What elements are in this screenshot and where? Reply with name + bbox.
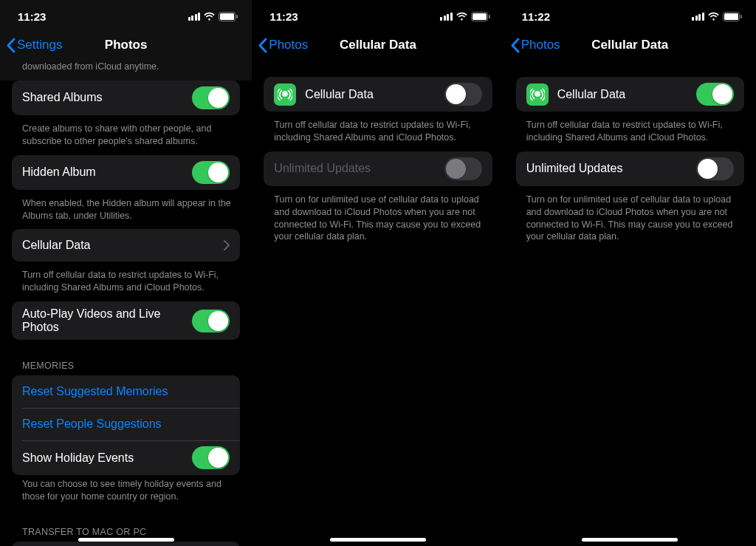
svg-rect-4	[472, 13, 487, 20]
chevron-left-icon	[510, 38, 520, 53]
cellular-data-toggle[interactable]	[696, 83, 734, 106]
page-title: Photos	[105, 38, 148, 52]
previous-section-footer: downloaded from iCloud anytime.	[0, 58, 252, 81]
cellular-data-label: Cellular Data	[305, 88, 444, 101]
unlimited-updates-footer: Turn on for unlimited use of cellular da…	[252, 191, 504, 251]
phone-screen-cellular-off: 11:23 Photos Cellular Data Cellular Data…	[252, 0, 504, 546]
nav-bar: Photos Cellular Data	[504, 33, 756, 58]
automatic-row[interactable]: Automatic	[12, 542, 240, 546]
transfer-header: TRANSFER TO MAC OR PC	[0, 511, 252, 542]
status-indicators	[692, 12, 743, 21]
shared-albums-label: Shared Albums	[22, 91, 192, 104]
autoplay-label: Auto-Play Videos and Live Photos	[22, 307, 192, 334]
cellular-signal-icon	[692, 13, 704, 21]
status-indicators	[188, 12, 239, 21]
settings-content: Cellular Data Turn off cellular data to …	[504, 58, 756, 250]
cellular-signal-icon	[188, 13, 201, 21]
back-button[interactable]: Photos	[510, 38, 560, 53]
chevron-left-icon	[6, 38, 16, 53]
back-button[interactable]: Photos	[258, 38, 308, 53]
unlimited-updates-footer: Turn on for unlimited use of cellular da…	[504, 191, 756, 251]
svg-rect-9	[740, 15, 742, 18]
back-button[interactable]: Settings	[6, 38, 62, 53]
hidden-album-footer: When enabled, the Hidden album will appe…	[0, 194, 252, 230]
reset-memories-label: Reset Suggested Memories	[22, 385, 230, 398]
svg-point-10	[536, 92, 539, 95]
antenna-icon	[526, 83, 549, 106]
battery-icon	[219, 12, 238, 21]
wifi-icon	[203, 12, 216, 21]
cellular-data-row[interactable]: Cellular Data	[264, 77, 492, 112]
nav-bar: Photos Cellular Data	[252, 33, 504, 58]
page-title: Cellular Data	[340, 38, 416, 52]
phone-screen-cellular-on: 11:22 Photos Cellular Data Cellular Data…	[504, 0, 756, 546]
show-holiday-row[interactable]: Show Holiday Events	[12, 440, 240, 475]
chevron-left-icon	[258, 38, 267, 53]
page-title: Cellular Data	[591, 38, 668, 52]
home-indicator[interactable]	[582, 538, 678, 542]
cellular-data-footer: Turn off cellular data to restrict updat…	[0, 266, 252, 301]
nav-bar: Settings Photos	[0, 33, 252, 58]
shared-albums-row[interactable]: Shared Albums	[12, 81, 240, 115]
unlimited-updates-toggle	[444, 157, 482, 180]
home-indicator[interactable]	[330, 538, 426, 542]
unlimited-updates-label: Unlimited Updates	[526, 162, 696, 175]
autoplay-row[interactable]: Auto-Play Videos and Live Photos	[12, 301, 240, 340]
reset-people-label: Reset People Suggestions	[22, 417, 230, 431]
unlimited-updates-label: Unlimited Updates	[274, 162, 444, 175]
show-holiday-footer: You can choose to see timely holiday eve…	[0, 475, 252, 511]
cellular-data-footer: Turn off cellular data to restrict updat…	[504, 116, 756, 151]
back-label: Settings	[17, 38, 62, 52]
reset-memories-row[interactable]: Reset Suggested Memories	[12, 375, 240, 408]
shared-albums-footer: Create albums to share with other people…	[0, 120, 252, 155]
cellular-data-label: Cellular Data	[557, 88, 696, 101]
cellular-data-label: Cellular Data	[22, 239, 224, 252]
status-time: 11:23	[18, 10, 46, 23]
unlimited-updates-row[interactable]: Unlimited Updates	[516, 151, 744, 186]
show-holiday-label: Show Holiday Events	[22, 451, 192, 465]
svg-rect-8	[724, 13, 738, 20]
battery-icon	[723, 12, 743, 21]
settings-content: Shared Albums Create albums to share wit…	[0, 81, 252, 546]
unlimited-updates-row: Unlimited Updates	[264, 151, 492, 186]
back-label: Photos	[269, 38, 308, 52]
cellular-data-footer: Turn off cellular data to restrict updat…	[252, 116, 504, 151]
home-indicator[interactable]	[78, 538, 174, 542]
antenna-icon	[274, 83, 296, 106]
reset-people-row[interactable]: Reset People Suggestions	[12, 408, 240, 440]
status-time: 11:22	[522, 10, 550, 23]
cellular-data-row[interactable]: Cellular Data	[12, 229, 240, 262]
cellular-signal-icon	[440, 13, 453, 21]
battery-icon	[471, 12, 491, 21]
status-time: 11:23	[269, 10, 298, 23]
cellular-data-row[interactable]: Cellular Data	[516, 77, 744, 112]
memories-header: MEMORIES	[0, 344, 252, 375]
svg-rect-2	[236, 15, 238, 18]
wifi-icon	[707, 12, 720, 21]
phone-screen-photos: 11:23 Settings Photos downloaded from iC…	[0, 0, 252, 546]
autoplay-toggle[interactable]	[192, 310, 230, 332]
svg-rect-1	[220, 13, 234, 20]
status-bar: 11:22	[504, 0, 756, 33]
wifi-icon	[456, 12, 468, 21]
hidden-album-toggle[interactable]	[192, 161, 230, 184]
show-holiday-toggle[interactable]	[192, 446, 230, 469]
settings-content: Cellular Data Turn off cellular data to …	[252, 58, 504, 250]
status-bar: 11:23	[252, 0, 504, 33]
unlimited-updates-toggle[interactable]	[696, 157, 734, 180]
cellular-data-toggle[interactable]	[444, 83, 482, 106]
shared-albums-toggle[interactable]	[192, 86, 230, 109]
chevron-right-icon	[224, 240, 230, 250]
status-bar: 11:23	[0, 0, 252, 33]
hidden-album-row[interactable]: Hidden Album	[12, 155, 240, 190]
status-indicators	[440, 12, 491, 21]
back-label: Photos	[521, 38, 560, 52]
svg-rect-5	[489, 15, 490, 18]
hidden-album-label: Hidden Album	[22, 165, 192, 179]
svg-point-6	[284, 92, 286, 95]
